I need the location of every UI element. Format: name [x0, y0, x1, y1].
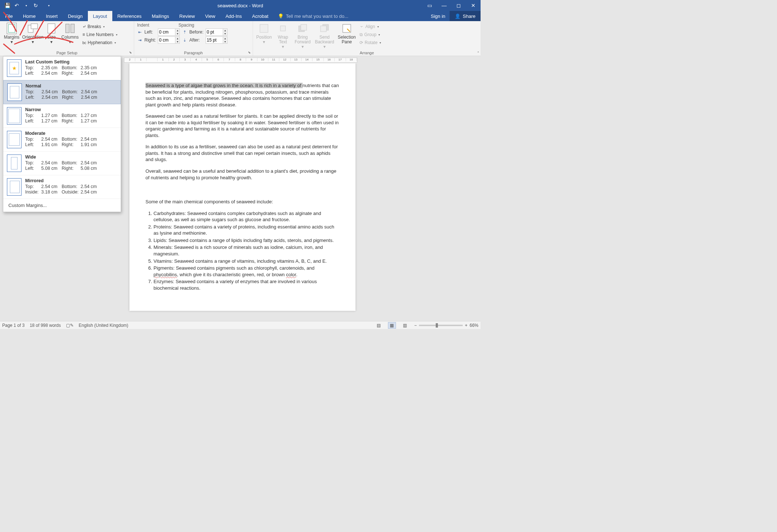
- spacing-before-input[interactable]: ▲▼: [206, 28, 228, 36]
- spin-down-icon[interactable]: ▼: [175, 32, 179, 35]
- body-text[interactable]: Pigments: Seaweed contains pigments such…: [154, 265, 315, 271]
- qat-customize-icon[interactable]: ▾: [44, 1, 53, 10]
- spelling-error[interactable]: color: [286, 272, 296, 277]
- chevron-down-icon: ▾: [50, 39, 53, 44]
- svg-rect-7: [260, 24, 268, 32]
- ribbon-display-icon[interactable]: ▭: [422, 0, 437, 11]
- tab-insert[interactable]: Insert: [41, 11, 63, 21]
- body-text[interactable]: .: [296, 272, 298, 277]
- columns-icon: [64, 23, 76, 34]
- tab-acrobat[interactable]: Acrobat: [247, 11, 273, 21]
- tell-me-search[interactable]: 💡 Tell me what you want to do...: [273, 11, 348, 21]
- zoom-level[interactable]: 66%: [470, 323, 478, 328]
- document-page[interactable]: Seaweed is a type of algae that grows in…: [129, 63, 356, 311]
- paragraph[interactable]: Overall, seaweed can be a useful and ben…: [145, 168, 339, 181]
- list-item[interactable]: Lipids: Seaweed contains a range of lipi…: [154, 237, 339, 244]
- print-layout-icon[interactable]: ▦: [388, 322, 396, 329]
- margins-option-moderate[interactable]: ModerateTop:2.54 cmBottom:2.54 cmLeft:1.…: [3, 128, 121, 152]
- list-item[interactable]: Vitamins: Seaweed contains a range of vi…: [154, 258, 339, 265]
- zoom-slider[interactable]: [419, 325, 463, 326]
- hyphenation-icon: bc: [82, 41, 86, 45]
- save-icon[interactable]: 💾: [3, 1, 12, 10]
- sign-in-button[interactable]: Sign in: [427, 11, 450, 21]
- language-indicator[interactable]: English (United Kingdom): [79, 323, 128, 328]
- breaks-button[interactable]: ⤶Breaks▾: [81, 23, 119, 31]
- size-button[interactable]: Size▾: [44, 22, 59, 44]
- margin-option-info: WideTop:2.54 cmBottom:2.54 cmLeft:5.08 c…: [25, 154, 117, 172]
- read-mode-icon[interactable]: ▤: [375, 322, 383, 329]
- tab-addins[interactable]: Add-Ins: [220, 11, 247, 21]
- spin-up-icon[interactable]: ▲: [175, 37, 179, 40]
- collapse-ribbon-icon[interactable]: ˄: [477, 51, 479, 55]
- close-icon[interactable]: ✕: [466, 0, 481, 11]
- tab-mailings[interactable]: Mailings: [147, 11, 174, 21]
- paragraph[interactable]: Some of the main chemical components of …: [145, 199, 339, 205]
- share-icon: 👤: [455, 13, 461, 19]
- orientation-button[interactable]: Orientation▾: [23, 22, 43, 44]
- spin-down-icon[interactable]: ▼: [223, 32, 227, 35]
- spin-up-icon[interactable]: ▲: [223, 37, 227, 40]
- repeat-icon[interactable]: ↻: [31, 1, 40, 10]
- indent-right-icon: ⇥: [137, 38, 142, 43]
- paragraph[interactable]: Seaweed can be used as a natural fertili…: [145, 113, 339, 138]
- custom-margins-button[interactable]: Custom Margins...: [3, 199, 121, 212]
- web-layout-icon[interactable]: ▥: [401, 322, 409, 329]
- margins-option-custom[interactable]: ★Last Custom SettingTop:2.35 cmBottom:2.…: [3, 56, 121, 80]
- columns-label: Columns: [61, 35, 78, 40]
- bring-forward-icon: [297, 23, 308, 34]
- margins-option-normal[interactable]: NormalTop:2.54 cmBottom:2.54 cmLeft:2.54…: [3, 80, 121, 104]
- minimize-icon[interactable]: —: [437, 0, 451, 11]
- proofing-icon[interactable]: ▢✎: [66, 323, 74, 328]
- share-button[interactable]: 👤 Share: [450, 11, 481, 21]
- list-item[interactable]: Proteins: Seaweed contains a variety of …: [154, 224, 339, 236]
- tab-review[interactable]: Review: [174, 11, 200, 21]
- spacing-after-input[interactable]: ▲▼: [206, 36, 228, 44]
- spin-up-icon[interactable]: ▲: [175, 29, 179, 32]
- margin-thumb-icon: [7, 154, 22, 172]
- zoom-out-button[interactable]: −: [414, 323, 417, 328]
- spin-down-icon[interactable]: ▼: [175, 40, 179, 43]
- margin-thumb-icon: ★: [7, 59, 22, 77]
- margins-option-wide[interactable]: WideTop:2.54 cmBottom:2.54 cmLeft:5.08 c…: [3, 152, 121, 175]
- margins-option-narrow[interactable]: NarrowTop:1.27 cmBottom:1.27 cmLeft:1.27…: [3, 104, 121, 128]
- undo-icon[interactable]: ↶: [12, 1, 21, 10]
- selected-text[interactable]: Seaweed is a type of algae that grows in…: [145, 83, 303, 88]
- zoom-in-button[interactable]: +: [465, 323, 467, 328]
- margins-button[interactable]: Margins▾: [1, 22, 22, 44]
- maximize-icon[interactable]: ◻: [451, 0, 466, 11]
- margin-option-title: Normal: [26, 83, 117, 89]
- horizontal-ruler[interactable]: 21123456789101112131415161718: [124, 56, 481, 63]
- paragraph[interactable]: Seaweed is a type of algae that grows in…: [145, 82, 339, 108]
- spin-up-icon[interactable]: ▲: [223, 29, 227, 32]
- tab-file[interactable]: File: [0, 11, 18, 21]
- numbered-list[interactable]: Carbohydrates: Seaweed contains complex …: [145, 210, 339, 292]
- paragraph[interactable]: In addition to its use as a fertiliser, …: [145, 144, 339, 163]
- tab-design[interactable]: Design: [63, 11, 88, 21]
- list-item[interactable]: Minerals: Seaweed is a rich source of mi…: [154, 244, 339, 257]
- selection-pane-button[interactable]: Selection Pane: [336, 22, 357, 44]
- list-item[interactable]: Pigments: Seaweed contains pigments such…: [154, 265, 339, 278]
- tab-references[interactable]: References: [112, 11, 147, 21]
- margins-option-mirrored[interactable]: MirroredTop:2.54 cmBottom:2.54 cmInside:…: [3, 175, 121, 199]
- line-numbers-button[interactable]: ≡Line Numbers▾: [81, 31, 119, 39]
- tab-home[interactable]: Home: [18, 11, 41, 21]
- spin-down-icon[interactable]: ▼: [223, 40, 227, 43]
- columns-button[interactable]: Columns▾: [60, 22, 80, 44]
- indent-right-input[interactable]: ▲▼: [158, 36, 180, 44]
- hyphenation-button[interactable]: bcHyphenation▾: [81, 39, 119, 47]
- undo-dropdown-icon[interactable]: ▾: [22, 1, 31, 10]
- align-label: Align: [365, 24, 375, 29]
- spelling-error[interactable]: phycobilins: [154, 272, 177, 277]
- selection-pane-label: Selection Pane: [338, 35, 356, 44]
- page-indicator[interactable]: Page 1 of 3: [2, 323, 24, 328]
- tab-view[interactable]: View: [200, 11, 220, 21]
- chevron-down-icon: ▾: [378, 33, 380, 36]
- indent-left-input[interactable]: ▲▼: [158, 28, 180, 36]
- list-item[interactable]: Carbohydrates: Seaweed contains complex …: [154, 210, 339, 223]
- body-text[interactable]: , which give it its characteristic green…: [177, 272, 286, 277]
- tab-layout[interactable]: Layout: [88, 11, 112, 21]
- word-count[interactable]: 18 of 998 words: [30, 323, 61, 328]
- page-setup-dialog-launcher[interactable]: ⬊: [128, 50, 133, 55]
- paragraph-dialog-launcher[interactable]: ⬊: [247, 50, 252, 55]
- list-item[interactable]: Enzymes: Seaweed contains a variety of e…: [154, 278, 339, 291]
